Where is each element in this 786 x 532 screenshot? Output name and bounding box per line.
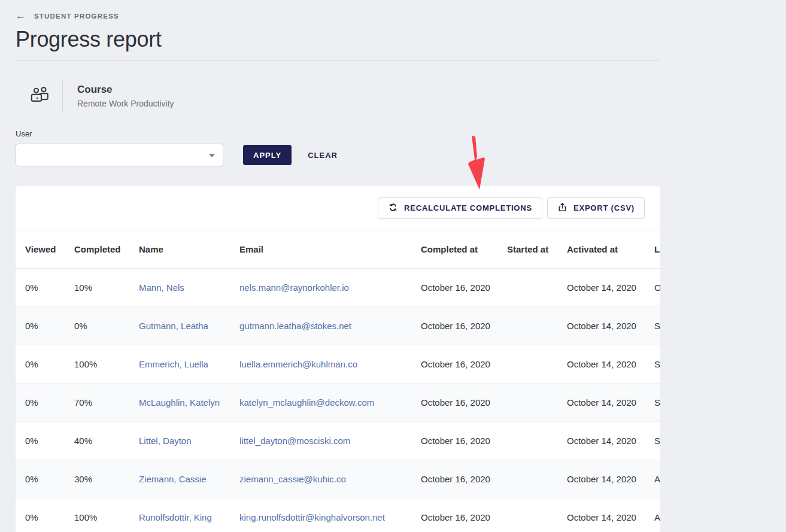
table-row: 0% 100% Emmerich, Luella luella.emmerich… bbox=[16, 345, 660, 384]
cell-last-clipped: Se bbox=[654, 359, 660, 369]
users-icon bbox=[30, 86, 50, 106]
student-name-link[interactable]: McLaughlin, Katelyn bbox=[139, 397, 220, 408]
cell-viewed: 0% bbox=[25, 397, 74, 408]
cell-completed-at: October 16, 2020 bbox=[421, 474, 507, 484]
header-last-clipped: La bbox=[654, 244, 660, 254]
cell-completed: 100% bbox=[74, 512, 139, 522]
user-select[interactable] bbox=[16, 144, 223, 166]
cell-viewed: 0% bbox=[25, 474, 74, 484]
table-toolbar: RECALCULATE COMPLETIONS EXPORT (CSV) bbox=[16, 186, 660, 230]
refresh-icon bbox=[388, 202, 398, 214]
table-row: 0% 0% Gutmann, Leatha gutmann.leatha@sto… bbox=[16, 307, 660, 345]
student-name-link[interactable]: Gutmann, Leatha bbox=[139, 321, 208, 331]
cell-completed-at: October 16, 2020 bbox=[421, 321, 507, 331]
page-title: Progress report bbox=[16, 27, 660, 52]
cell-completed-at: October 16, 2020 bbox=[421, 436, 507, 446]
vertical-divider bbox=[62, 79, 63, 113]
cell-activated-at: October 14, 2020 bbox=[567, 282, 654, 293]
header-activated-at: Activated at bbox=[567, 244, 654, 254]
cell-activated-at: October 14, 2020 bbox=[567, 397, 654, 408]
cell-completed: 70% bbox=[74, 397, 139, 408]
cell-viewed: 0% bbox=[25, 282, 74, 293]
cell-last-clipped: Se bbox=[654, 436, 660, 446]
student-name-link[interactable]: Mann, Nels bbox=[139, 282, 184, 293]
table-row: 0% 100% Runolfsdottir, King king.runolfs… bbox=[16, 498, 660, 532]
cell-last-clipped: Au bbox=[654, 512, 660, 522]
student-email-link[interactable]: ziemann_cassie@kuhic.co bbox=[239, 474, 346, 484]
cell-activated-at: October 14, 2020 bbox=[567, 321, 654, 331]
cell-completed-at: October 16, 2020 bbox=[421, 359, 507, 369]
cell-activated-at: October 14, 2020 bbox=[567, 359, 654, 369]
cell-last-clipped: O bbox=[654, 282, 660, 293]
cell-completed-at: October 16, 2020 bbox=[421, 282, 507, 293]
header-viewed: Viewed bbox=[25, 244, 74, 254]
recalculate-label: RECALCULATE COMPLETIONS bbox=[404, 203, 532, 212]
table-header-row: Viewed Completed Name Email Completed at… bbox=[16, 230, 660, 269]
cell-viewed: 0% bbox=[25, 436, 74, 446]
user-filter-label: User bbox=[16, 129, 660, 138]
cell-activated-at: October 14, 2020 bbox=[567, 512, 654, 522]
student-name-link[interactable]: Emmerich, Luella bbox=[139, 359, 208, 369]
cell-completed: 40% bbox=[74, 436, 139, 446]
student-name-link[interactable]: Ziemann, Cassie bbox=[139, 474, 207, 484]
course-name: Remote Work Productivity bbox=[77, 99, 174, 108]
student-name-link[interactable]: Runolfsdottir, King bbox=[139, 512, 212, 522]
export-csv-button[interactable]: EXPORT (CSV) bbox=[547, 197, 645, 219]
cell-last-clipped: Se bbox=[654, 397, 660, 408]
clear-button[interactable]: CLEAR bbox=[308, 151, 338, 160]
course-summary: Course Remote Work Productivity bbox=[16, 78, 660, 114]
student-email-link[interactable]: littel_dayton@mosciski.com bbox=[239, 436, 350, 446]
back-arrow-icon[interactable]: ← bbox=[16, 11, 26, 21]
student-email-link[interactable]: nels.mann@raynorkohler.io bbox=[239, 282, 349, 293]
header-name: Name bbox=[139, 244, 239, 254]
cell-completed: 30% bbox=[74, 474, 139, 484]
title-divider bbox=[16, 60, 660, 61]
cell-viewed: 0% bbox=[25, 321, 74, 331]
export-icon bbox=[557, 202, 568, 214]
table-row: 0% 70% McLaughlin, Katelyn katelyn_mclau… bbox=[16, 384, 660, 422]
cell-last-clipped: Se bbox=[654, 321, 660, 331]
cell-completed: 100% bbox=[74, 359, 139, 369]
filter-row: APPLY CLEAR bbox=[16, 144, 660, 166]
cell-completed: 0% bbox=[74, 321, 139, 331]
cell-activated-at: October 14, 2020 bbox=[567, 436, 654, 446]
export-label: EXPORT (CSV) bbox=[573, 203, 635, 212]
cell-last-clipped: Au bbox=[654, 474, 660, 484]
student-email-link[interactable]: katelyn_mclaughlin@deckow.com bbox=[239, 397, 374, 408]
header-completed: Completed bbox=[74, 244, 139, 254]
table-row: 0% 10% Mann, Nels nels.mann@raynorkohler… bbox=[16, 269, 660, 307]
student-name-link[interactable]: Littel, Dayton bbox=[139, 436, 192, 446]
progress-table-card: RECALCULATE COMPLETIONS EXPORT (CSV) Vie… bbox=[16, 186, 660, 532]
apply-button[interactable]: APPLY bbox=[243, 145, 292, 165]
cell-viewed: 0% bbox=[25, 512, 74, 522]
cell-completed: 10% bbox=[74, 282, 139, 293]
table-row: 0% 30% Ziemann, Cassie ziemann_cassie@ku… bbox=[16, 460, 660, 498]
table-row: 0% 40% Littel, Dayton littel_dayton@mosc… bbox=[16, 422, 660, 460]
header-started-at: Started at bbox=[507, 244, 567, 254]
chevron-down-icon bbox=[209, 154, 215, 157]
breadcrumb: ← STUDENT PROGRESS bbox=[16, 0, 660, 21]
header-completed-at: Completed at bbox=[421, 244, 507, 254]
header-email: Email bbox=[239, 244, 421, 254]
student-email-link[interactable]: gutmann.leatha@stokes.net bbox=[239, 321, 351, 331]
breadcrumb-label[interactable]: STUDENT PROGRESS bbox=[34, 13, 119, 20]
page-content: ← STUDENT PROGRESS Progress report Cours… bbox=[16, 0, 660, 532]
course-label: Course bbox=[77, 84, 174, 96]
cell-viewed: 0% bbox=[25, 359, 74, 369]
cell-completed-at: October 16, 2020 bbox=[421, 512, 507, 522]
cell-completed-at: October 16, 2020 bbox=[421, 397, 507, 408]
student-email-link[interactable]: luella.emmerich@kuhlman.co bbox=[239, 359, 357, 369]
student-email-link[interactable]: king.runolfsdottir@kinghalvorson.net bbox=[239, 512, 385, 522]
recalculate-completions-button[interactable]: RECALCULATE COMPLETIONS bbox=[378, 197, 542, 219]
cell-activated-at: October 14, 2020 bbox=[567, 474, 654, 484]
